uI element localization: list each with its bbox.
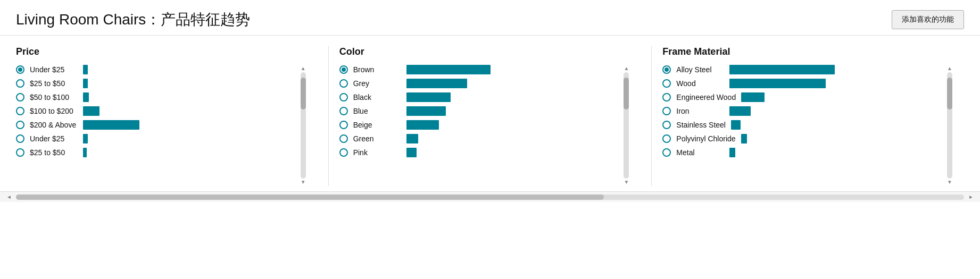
- page-title: Living Room Chairs：产品特征趋势: [16, 10, 250, 30]
- radio-color-1[interactable]: [339, 79, 348, 88]
- radio-price-6[interactable]: [16, 148, 24, 157]
- items-with-scroll-price: Under $25$25 to $50$50 to $100$100 to $2…: [16, 65, 307, 186]
- radio-frame_material-4[interactable]: [662, 121, 671, 129]
- bar-color-0: [406, 65, 491, 74]
- radio-color-6[interactable]: [339, 148, 348, 157]
- scroll-left-arrow[interactable]: ◄: [4, 194, 14, 200]
- bar-container-price-1: [83, 79, 296, 88]
- radio-frame_material-5[interactable]: [662, 134, 671, 143]
- item-label-price-2: $50 to $100: [30, 93, 78, 102]
- scrollbar-track-price[interactable]: [301, 72, 306, 179]
- radio-color-4[interactable]: [339, 121, 348, 129]
- item-label-color-5: Green: [353, 134, 401, 143]
- page-header: Living Room Chairs：产品特征趋势 添加喜欢的功能: [0, 0, 980, 36]
- list-item: Blue: [339, 106, 620, 116]
- bar-container-frame_material-5: [741, 134, 943, 143]
- bar-container-color-6: [406, 148, 620, 157]
- radio-price-2[interactable]: [16, 93, 24, 102]
- bar-container-price-4: [83, 120, 296, 130]
- scroll-up-arrow-color[interactable]: ▲: [624, 65, 629, 72]
- bar-container-price-0: [83, 65, 296, 74]
- radio-price-5[interactable]: [16, 134, 24, 143]
- item-label-color-6: Pink: [353, 148, 401, 157]
- item-label-price-4: $200 & Above: [30, 121, 78, 129]
- radio-color-0[interactable]: [339, 65, 348, 74]
- bar-container-frame_material-2: [741, 92, 943, 102]
- radio-frame_material-3[interactable]: [662, 107, 671, 115]
- bar-frame_material-1: [729, 79, 825, 88]
- list-item: $25 to $50: [16, 148, 296, 157]
- section-divider: [328, 46, 329, 186]
- bar-color-3: [406, 106, 446, 116]
- main-content: PriceUnder $25$25 to $50$50 to $100$100 …: [0, 36, 980, 186]
- items-with-scroll-frame_material: Alloy SteelWoodEngineered WoodIronStainl…: [662, 65, 953, 186]
- bar-color-5: [406, 134, 418, 143]
- bar-container-price-5: [83, 134, 296, 143]
- radio-frame_material-6[interactable]: [662, 148, 671, 157]
- list-item: $200 & Above: [16, 120, 296, 130]
- list-item: Iron: [662, 106, 943, 116]
- scroll-up-arrow-price[interactable]: ▲: [301, 65, 306, 72]
- radio-price-0[interactable]: [16, 65, 24, 74]
- radio-frame_material-1[interactable]: [662, 79, 671, 88]
- scroll-down-arrow-price[interactable]: ▼: [301, 179, 306, 186]
- list-item: Beige: [339, 120, 620, 130]
- bottom-scroll-track[interactable]: [16, 195, 964, 200]
- list-item: Alloy Steel: [662, 65, 943, 74]
- scroll-down-arrow-frame_material[interactable]: ▼: [947, 179, 952, 186]
- scroll-right-arrow[interactable]: ►: [966, 194, 976, 200]
- scroll-up-arrow-frame_material[interactable]: ▲: [947, 65, 952, 72]
- scrollbar-track-frame_material[interactable]: [947, 72, 952, 179]
- list-item: Stainless Steel: [662, 120, 943, 130]
- section-frame_material: Frame MaterialAlloy SteelWoodEngineered …: [662, 46, 964, 186]
- bar-price-4: [83, 120, 139, 130]
- radio-frame_material-2[interactable]: [662, 93, 671, 102]
- radio-price-4[interactable]: [16, 121, 24, 129]
- item-label-price-5: Under $25: [30, 134, 78, 143]
- item-label-color-4: Beige: [353, 121, 401, 129]
- section-title-color: Color: [339, 46, 630, 57]
- bar-container-frame_material-6: [729, 148, 943, 157]
- bar-container-frame_material-0: [729, 65, 943, 74]
- bar-frame_material-0: [729, 65, 835, 74]
- item-label-frame_material-6: Metal: [676, 148, 724, 157]
- radio-color-3[interactable]: [339, 107, 348, 115]
- add-feature-button[interactable]: 添加喜欢的功能: [892, 10, 964, 29]
- item-label-price-0: Under $25: [30, 65, 78, 74]
- items-list-color: BrownGreyBlackBlueBeigeGreenPink: [339, 65, 620, 186]
- bar-container-color-1: [406, 79, 620, 88]
- radio-frame_material-0[interactable]: [662, 65, 671, 74]
- scroll-down-arrow-color[interactable]: ▼: [624, 179, 629, 186]
- item-label-frame_material-1: Wood: [676, 79, 724, 88]
- list-item: Under $25: [16, 65, 296, 74]
- item-label-price-6: $25 to $50: [30, 148, 78, 157]
- bottom-scroll-thumb: [16, 195, 604, 200]
- bar-container-frame_material-4: [731, 120, 943, 130]
- bar-container-color-4: [406, 120, 620, 130]
- scrollbar-thumb-frame_material: [947, 78, 952, 109]
- scrollbar-track-color[interactable]: [624, 72, 629, 179]
- scrollbar-frame_material: ▲▼: [946, 65, 953, 186]
- item-label-price-1: $25 to $50: [30, 79, 78, 88]
- list-item: Metal: [662, 148, 943, 157]
- bar-container-color-3: [406, 106, 620, 116]
- list-item: Under $25: [16, 134, 296, 143]
- list-item: Green: [339, 134, 620, 143]
- item-label-frame_material-0: Alloy Steel: [676, 65, 724, 74]
- list-item: Engineered Wood: [662, 92, 943, 102]
- radio-color-5[interactable]: [339, 134, 348, 143]
- item-label-price-3: $100 to $200: [30, 107, 78, 115]
- list-item: Grey: [339, 79, 620, 88]
- bar-price-0: [83, 65, 88, 74]
- radio-color-2[interactable]: [339, 93, 348, 102]
- radio-price-1[interactable]: [16, 79, 24, 88]
- scrollbar-thumb-color: [624, 78, 629, 109]
- radio-price-3[interactable]: [16, 107, 24, 115]
- bar-color-6: [406, 148, 417, 157]
- list-item: Black: [339, 92, 620, 102]
- item-label-frame_material-5: Polyvinyl Chloride: [676, 134, 735, 143]
- item-label-color-1: Grey: [353, 79, 401, 88]
- item-label-color-0: Brown: [353, 65, 401, 74]
- bar-container-frame_material-1: [729, 79, 943, 88]
- bar-color-4: [406, 120, 439, 130]
